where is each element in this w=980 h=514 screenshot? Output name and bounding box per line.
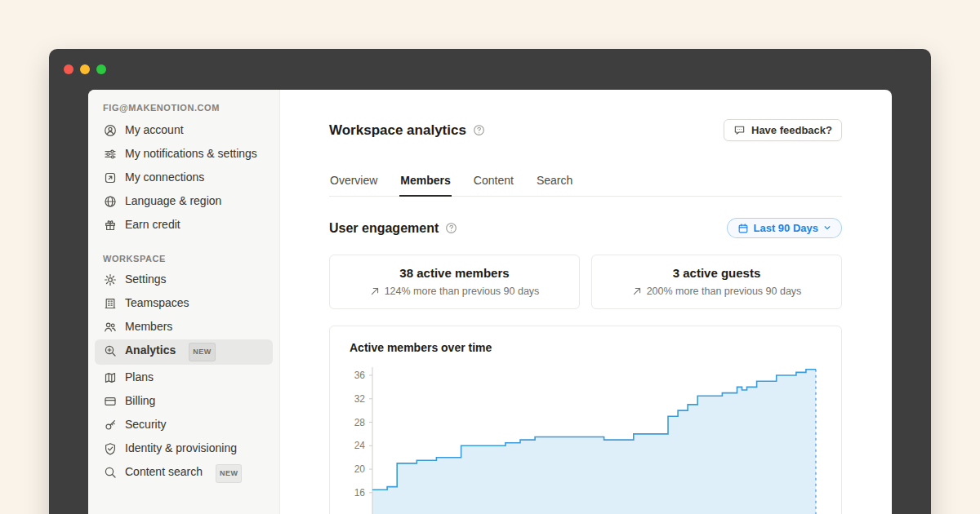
close-window-button[interactable] bbox=[64, 64, 74, 74]
active-members-chart: 162024283236 bbox=[350, 361, 822, 514]
analytics-tabs: OverviewMembersContentSearch bbox=[329, 172, 842, 197]
account-email: FIG@MAKENOTION.COM bbox=[95, 101, 273, 119]
new-badge: NEW bbox=[216, 464, 243, 483]
gear-icon bbox=[103, 272, 118, 287]
sidebar-item-members[interactable]: Members bbox=[95, 316, 273, 338]
speech-bubble-icon bbox=[733, 124, 746, 136]
sidebar-item-analytics[interactable]: AnalyticsNEW bbox=[95, 339, 273, 365]
globe-icon bbox=[103, 193, 118, 209]
chart-title: Active members over time bbox=[350, 341, 822, 354]
chart-svg: 162024283236 bbox=[350, 361, 822, 514]
key-icon bbox=[103, 417, 118, 432]
stat-cards: 38 active members124% more than previous… bbox=[329, 255, 842, 309]
sidebar-item-my-notifications-settings[interactable]: My notifications & settings bbox=[95, 143, 273, 165]
sidebar-item-label: My connections bbox=[125, 170, 204, 185]
y-tick-label: 24 bbox=[354, 440, 366, 451]
minimize-window-button[interactable] bbox=[80, 64, 90, 74]
y-tick-label: 20 bbox=[354, 463, 366, 475]
tab-content[interactable]: Content bbox=[473, 172, 514, 197]
page-title: Workspace analytics bbox=[329, 122, 466, 139]
zoom-window-button[interactable] bbox=[96, 64, 106, 74]
sidebar-item-billing[interactable]: Billing bbox=[95, 390, 273, 412]
sidebar-item-earn-credit[interactable]: Earn credit bbox=[95, 214, 273, 236]
tab-members[interactable]: Members bbox=[399, 172, 451, 197]
sidebar-item-content-search[interactable]: Content searchNEW bbox=[95, 461, 273, 486]
y-tick-label: 36 bbox=[354, 370, 366, 381]
y-tick-label: 28 bbox=[354, 417, 366, 428]
help-icon[interactable] bbox=[445, 222, 457, 234]
stat-value: 38 active members bbox=[338, 266, 571, 280]
sidebar-item-language-region[interactable]: Language & region bbox=[95, 190, 273, 212]
user-engagement-header: User engagement Last 90 Days bbox=[329, 218, 842, 238]
workspace-menu: SettingsTeamspacesMembersAnalyticsNEWPla… bbox=[95, 268, 273, 486]
page-header: Workspace analytics Have feedback? bbox=[329, 119, 842, 141]
tab-overview[interactable]: Overview bbox=[329, 172, 378, 197]
stat-card: 3 active guests200% more than previous 9… bbox=[591, 255, 842, 309]
app-window: FIG@MAKENOTION.COM My accountMy notifica… bbox=[49, 49, 931, 514]
account-menu: My accountMy notifications & settingsMy … bbox=[95, 119, 273, 236]
settings-content: Workspace analytics Have feedback? Overv… bbox=[280, 90, 892, 514]
credit-card-icon bbox=[103, 393, 118, 409]
window-titlebar bbox=[49, 49, 931, 90]
sidebar-item-my-account[interactable]: My account bbox=[95, 119, 273, 141]
sidebar-item-label: My notifications & settings bbox=[125, 146, 257, 162]
have-feedback-label: Have feedback? bbox=[751, 124, 832, 136]
stat-card: 38 active members124% more than previous… bbox=[329, 255, 580, 309]
y-tick-label: 32 bbox=[354, 393, 366, 405]
chart-area-fill bbox=[372, 370, 816, 514]
sidebar-item-settings[interactable]: Settings bbox=[95, 268, 273, 290]
gift-icon bbox=[103, 217, 118, 233]
stat-value: 3 active guests bbox=[600, 266, 833, 280]
sidebar-item-label: Content search bbox=[125, 464, 203, 480]
date-range-button[interactable]: Last 90 Days bbox=[727, 218, 843, 238]
sidebar-item-identity-provisioning[interactable]: Identity & provisioning bbox=[95, 437, 273, 459]
have-feedback-button[interactable]: Have feedback? bbox=[724, 119, 842, 141]
sidebar-item-teamspaces[interactable]: Teamspaces bbox=[95, 292, 273, 314]
shield-check-icon bbox=[103, 441, 118, 456]
magnifier-plus-icon bbox=[103, 343, 118, 358]
new-badge: NEW bbox=[189, 343, 216, 361]
sidebar-item-label: Analytics bbox=[125, 343, 176, 358]
people-icon bbox=[103, 319, 118, 335]
stat-delta-text: 124% more than previous 90 days bbox=[385, 286, 540, 297]
magnifier-icon bbox=[103, 464, 118, 480]
sidebar-item-label: Plans bbox=[125, 370, 154, 385]
sidebar-item-label: Billing bbox=[125, 393, 155, 409]
desktop-background: FIG@MAKENOTION.COM My accountMy notifica… bbox=[0, 0, 980, 514]
settings-sidebar: FIG@MAKENOTION.COM My accountMy notifica… bbox=[88, 90, 280, 514]
y-tick-label: 16 bbox=[354, 487, 366, 498]
stat-delta: 124% more than previous 90 days bbox=[338, 286, 571, 297]
settings-modal: FIG@MAKENOTION.COM My accountMy notifica… bbox=[88, 90, 892, 514]
date-range-label: Last 90 Days bbox=[754, 222, 819, 234]
map-icon bbox=[103, 370, 118, 385]
active-members-chart-card: Active members over time 162024283236 bbox=[329, 326, 842, 514]
sidebar-item-label: Members bbox=[125, 319, 172, 335]
help-icon[interactable] bbox=[473, 124, 485, 136]
tab-search[interactable]: Search bbox=[536, 172, 573, 197]
arrow-box-icon bbox=[103, 170, 118, 185]
sidebar-item-security[interactable]: Security bbox=[95, 414, 273, 436]
sidebar-item-label: My account bbox=[125, 122, 184, 138]
building-icon bbox=[103, 295, 118, 311]
sidebar-item-plans[interactable]: Plans bbox=[95, 366, 273, 388]
workspace-section-label: WORKSPACE bbox=[95, 250, 273, 268]
stat-delta: 200% more than previous 90 days bbox=[600, 286, 833, 297]
sidebar-item-label: Security bbox=[125, 417, 167, 432]
sidebar-item-my-connections[interactable]: My connections bbox=[95, 166, 273, 188]
sidebar-item-label: Language & region bbox=[125, 193, 221, 209]
avatar-icon bbox=[103, 122, 118, 138]
trend-up-icon bbox=[632, 286, 642, 296]
sidebar-item-label: Settings bbox=[125, 272, 167, 287]
trend-up-icon bbox=[370, 286, 380, 296]
stat-delta-text: 200% more than previous 90 days bbox=[647, 286, 802, 297]
sidebar-item-label: Identity & provisioning bbox=[125, 441, 237, 456]
section-title: User engagement bbox=[329, 221, 439, 236]
sidebar-item-label: Earn credit bbox=[125, 217, 180, 233]
chevron-down-icon bbox=[823, 222, 831, 234]
sidebar-item-label: Teamspaces bbox=[125, 295, 189, 311]
calendar-icon bbox=[737, 223, 749, 234]
sliders-icon bbox=[103, 146, 118, 162]
